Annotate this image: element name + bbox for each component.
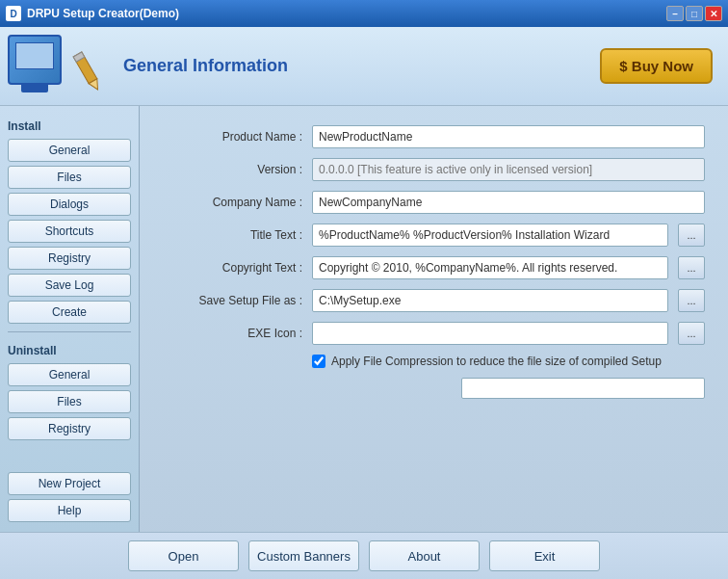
sidebar-install-create[interactable]: Create <box>8 301 131 324</box>
sidebar-install-registry[interactable]: Registry <box>8 247 131 270</box>
pen-icon <box>61 44 114 97</box>
footer-area: Open Custom Banners About Exit <box>0 532 728 579</box>
header-area: General Information $ Buy Now <box>0 27 728 106</box>
monitor-base <box>21 85 48 92</box>
sidebar-install-savelog[interactable]: Save Log <box>8 274 131 297</box>
minimize-button[interactable]: – <box>666 6 684 21</box>
uninstall-section-label: Uninstall <box>8 344 131 357</box>
custom-banners-button[interactable]: Custom Banners <box>248 540 359 571</box>
exe-icon-label: EXE Icon : <box>163 327 302 340</box>
exit-button[interactable]: Exit <box>489 540 600 571</box>
sidebar-divider <box>8 331 131 332</box>
sidebar-uninstall-general[interactable]: General <box>8 363 131 386</box>
about-button[interactable]: About <box>369 540 480 571</box>
sidebar-uninstall-files[interactable]: Files <box>8 390 131 413</box>
sidebar-uninstall-registry[interactable]: Registry <box>8 417 131 440</box>
save-setup-browse-button[interactable]: ... <box>678 289 705 312</box>
compression-label: Apply File Compression to reduce the fil… <box>331 355 662 368</box>
copyright-browse-button[interactable]: ... <box>678 256 705 279</box>
title-text-input[interactable] <box>312 224 668 247</box>
sidebar-install-files[interactable]: Files <box>8 166 131 189</box>
exe-icon-row: EXE Icon : ... <box>163 322 705 345</box>
exe-icon-input[interactable] <box>312 322 668 345</box>
company-name-row: Company Name : <box>163 191 705 214</box>
sidebar-bottom: New Project Help <box>8 472 131 522</box>
title-bar-left: D DRPU Setup Creator(Demo) <box>6 6 179 21</box>
product-name-label: Product Name : <box>163 130 302 144</box>
save-setup-label: Save Setup File as : <box>163 294 302 307</box>
install-section-label: Install <box>8 119 131 133</box>
product-name-row: Product Name : <box>163 125 705 148</box>
sidebar-install-dialogs[interactable]: Dialogs <box>8 193 131 216</box>
app-icon: D <box>6 6 21 21</box>
save-setup-row: Save Setup File as : ... <box>163 289 705 312</box>
version-label: Version : <box>163 163 302 176</box>
compression-row: Apply File Compression to reduce the fil… <box>312 355 705 368</box>
help-button[interactable]: Help <box>8 499 131 522</box>
title-bar: D DRPU Setup Creator(Demo) – □ ✕ <box>0 0 728 27</box>
version-input[interactable] <box>312 158 705 181</box>
company-name-label: Company Name : <box>163 196 302 209</box>
title-text-label: Title Text : <box>163 228 302 242</box>
save-setup-input[interactable] <box>312 289 668 312</box>
new-project-button[interactable]: New Project <box>8 472 131 495</box>
open-button[interactable]: Open <box>128 540 239 571</box>
monitor-screen <box>15 42 54 69</box>
sidebar-install-shortcuts[interactable]: Shortcuts <box>8 220 131 243</box>
content-area: Product Name : Version : Company Name : … <box>140 106 728 532</box>
compression-checkbox[interactable] <box>312 355 325 368</box>
title-text-row: Title Text : ... <box>163 224 705 247</box>
exe-icon-browse-button[interactable]: ... <box>678 322 705 345</box>
progress-row <box>163 378 705 399</box>
header-illustration <box>8 35 114 97</box>
progress-bar <box>461 378 705 399</box>
version-row: Version : <box>163 158 705 181</box>
buy-now-button[interactable]: $ Buy Now <box>600 48 713 84</box>
monitor-icon <box>8 35 62 85</box>
company-name-input[interactable] <box>312 191 705 214</box>
maximize-button[interactable]: □ <box>686 6 703 21</box>
sidebar-install-general[interactable]: General <box>8 139 131 162</box>
product-name-input[interactable] <box>312 125 705 148</box>
window-title: DRPU Setup Creator(Demo) <box>27 7 179 20</box>
body-area: Install General Files Dialogs Shortcuts … <box>0 106 728 532</box>
sidebar: Install General Files Dialogs Shortcuts … <box>0 106 140 532</box>
copyright-row: Copyright Text : ... <box>163 256 705 279</box>
copyright-label: Copyright Text : <box>163 261 302 275</box>
header-title: General Information <box>123 56 288 76</box>
close-button[interactable]: ✕ <box>705 6 722 21</box>
title-text-browse-button[interactable]: ... <box>678 224 705 247</box>
header-left: General Information <box>8 35 288 97</box>
main-container: General Information $ Buy Now Install Ge… <box>0 27 728 579</box>
copyright-input[interactable] <box>312 256 668 279</box>
window-controls: – □ ✕ <box>666 6 722 21</box>
